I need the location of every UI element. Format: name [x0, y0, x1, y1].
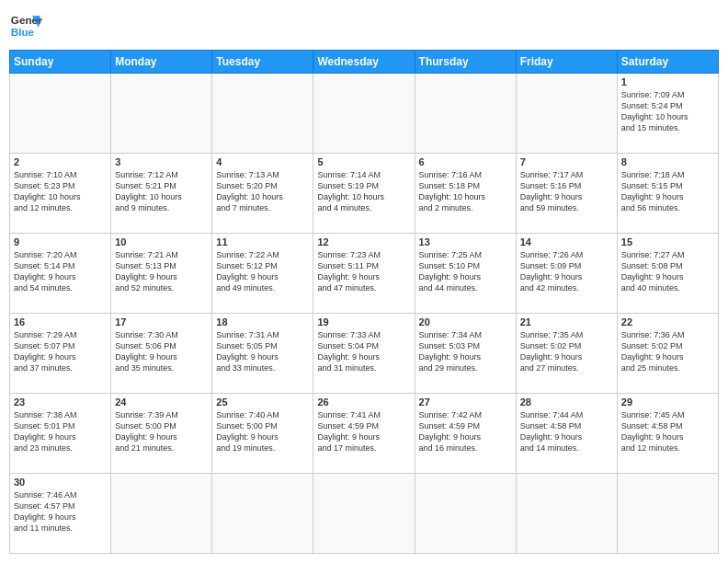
day-cell	[313, 74, 415, 154]
day-number: 23	[14, 396, 107, 408]
day-cell: 6Sunrise: 7:16 AM Sunset: 5:18 PM Daylig…	[415, 154, 516, 234]
day-cell: 1Sunrise: 7:09 AM Sunset: 5:24 PM Daylig…	[617, 74, 718, 154]
week-row-5: 23Sunrise: 7:38 AM Sunset: 5:01 PM Dayli…	[10, 394, 719, 474]
day-cell	[212, 474, 313, 554]
day-info: Sunrise: 7:18 AM Sunset: 5:15 PM Dayligh…	[621, 169, 714, 214]
day-cell: 4Sunrise: 7:13 AM Sunset: 5:20 PM Daylig…	[212, 154, 313, 234]
day-cell: 18Sunrise: 7:31 AM Sunset: 5:05 PM Dayli…	[212, 314, 313, 394]
day-number: 16	[14, 316, 107, 327]
day-info: Sunrise: 7:13 AM Sunset: 5:20 PM Dayligh…	[216, 169, 309, 214]
day-info: Sunrise: 7:14 AM Sunset: 5:19 PM Dayligh…	[317, 169, 410, 214]
day-cell	[111, 74, 212, 154]
day-number: 17	[115, 316, 208, 327]
day-cell	[415, 474, 516, 554]
day-cell: 19Sunrise: 7:33 AM Sunset: 5:04 PM Dayli…	[313, 314, 415, 394]
day-cell: 5Sunrise: 7:14 AM Sunset: 5:19 PM Daylig…	[313, 154, 415, 234]
day-number: 9	[14, 236, 107, 247]
day-cell	[415, 74, 516, 154]
day-cell	[10, 74, 111, 154]
day-info: Sunrise: 7:20 AM Sunset: 5:14 PM Dayligh…	[14, 249, 107, 294]
day-info: Sunrise: 7:46 AM Sunset: 4:57 PM Dayligh…	[14, 489, 107, 534]
day-number: 5	[317, 156, 410, 167]
day-info: Sunrise: 7:10 AM Sunset: 5:23 PM Dayligh…	[14, 169, 107, 214]
day-cell	[111, 474, 212, 554]
day-number: 25	[216, 396, 309, 408]
day-info: Sunrise: 7:31 AM Sunset: 5:05 PM Dayligh…	[216, 329, 309, 374]
day-number: 10	[115, 236, 208, 247]
day-number: 13	[419, 236, 512, 247]
day-number: 18	[216, 316, 309, 327]
weekday-header-row: SundayMondayTuesdayWednesdayThursdayFrid…	[10, 51, 719, 74]
day-cell: 30Sunrise: 7:46 AM Sunset: 4:57 PM Dayli…	[10, 474, 111, 554]
calendar-table: SundayMondayTuesdayWednesdayThursdayFrid…	[9, 50, 719, 554]
day-info: Sunrise: 7:30 AM Sunset: 5:06 PM Dayligh…	[115, 329, 208, 374]
weekday-sunday: Sunday	[10, 51, 111, 74]
day-cell: 8Sunrise: 7:18 AM Sunset: 5:15 PM Daylig…	[617, 154, 718, 234]
day-info: Sunrise: 7:25 AM Sunset: 5:10 PM Dayligh…	[419, 249, 512, 294]
day-cell: 2Sunrise: 7:10 AM Sunset: 5:23 PM Daylig…	[10, 154, 111, 234]
day-cell	[313, 474, 415, 554]
day-info: Sunrise: 7:41 AM Sunset: 4:59 PM Dayligh…	[317, 409, 410, 454]
day-cell: 3Sunrise: 7:12 AM Sunset: 5:21 PM Daylig…	[111, 154, 212, 234]
weekday-monday: Monday	[111, 51, 212, 74]
day-number: 14	[520, 236, 613, 247]
day-number: 12	[317, 236, 410, 247]
day-number: 26	[317, 396, 410, 408]
day-number: 29	[621, 396, 714, 408]
day-info: Sunrise: 7:29 AM Sunset: 5:07 PM Dayligh…	[14, 329, 107, 374]
day-number: 4	[216, 156, 309, 167]
day-cell: 13Sunrise: 7:25 AM Sunset: 5:10 PM Dayli…	[415, 234, 516, 314]
day-number: 7	[520, 156, 613, 167]
day-cell	[617, 474, 718, 554]
day-cell: 14Sunrise: 7:26 AM Sunset: 5:09 PM Dayli…	[516, 234, 617, 314]
day-cell: 26Sunrise: 7:41 AM Sunset: 4:59 PM Dayli…	[313, 394, 415, 474]
day-number: 2	[14, 156, 107, 167]
week-row-4: 16Sunrise: 7:29 AM Sunset: 5:07 PM Dayli…	[10, 314, 719, 394]
day-number: 1	[621, 76, 714, 87]
day-info: Sunrise: 7:22 AM Sunset: 5:12 PM Dayligh…	[216, 249, 309, 294]
day-cell: 11Sunrise: 7:22 AM Sunset: 5:12 PM Dayli…	[212, 234, 313, 314]
day-info: Sunrise: 7:12 AM Sunset: 5:21 PM Dayligh…	[115, 169, 208, 214]
day-cell: 21Sunrise: 7:35 AM Sunset: 5:02 PM Dayli…	[516, 314, 617, 394]
day-info: Sunrise: 7:45 AM Sunset: 4:58 PM Dayligh…	[621, 409, 714, 454]
day-info: Sunrise: 7:38 AM Sunset: 5:01 PM Dayligh…	[14, 409, 107, 454]
week-row-6: 30Sunrise: 7:46 AM Sunset: 4:57 PM Dayli…	[10, 474, 719, 554]
day-info: Sunrise: 7:39 AM Sunset: 5:00 PM Dayligh…	[115, 409, 208, 454]
day-number: 8	[621, 156, 714, 167]
day-cell	[516, 474, 617, 554]
day-cell: 7Sunrise: 7:17 AM Sunset: 5:16 PM Daylig…	[516, 154, 617, 234]
day-number: 20	[419, 316, 512, 327]
header: General Blue	[9, 9, 719, 42]
day-info: Sunrise: 7:21 AM Sunset: 5:13 PM Dayligh…	[115, 249, 208, 294]
day-number: 30	[14, 477, 107, 488]
day-cell: 29Sunrise: 7:45 AM Sunset: 4:58 PM Dayli…	[617, 394, 718, 474]
day-info: Sunrise: 7:35 AM Sunset: 5:02 PM Dayligh…	[520, 329, 613, 374]
day-info: Sunrise: 7:44 AM Sunset: 4:58 PM Dayligh…	[520, 409, 613, 454]
day-cell: 22Sunrise: 7:36 AM Sunset: 5:02 PM Dayli…	[617, 314, 718, 394]
day-number: 27	[419, 396, 512, 408]
day-info: Sunrise: 7:34 AM Sunset: 5:03 PM Dayligh…	[419, 329, 512, 374]
day-info: Sunrise: 7:23 AM Sunset: 5:11 PM Dayligh…	[317, 249, 410, 294]
day-info: Sunrise: 7:36 AM Sunset: 5:02 PM Dayligh…	[621, 329, 714, 374]
day-cell: 12Sunrise: 7:23 AM Sunset: 5:11 PM Dayli…	[313, 234, 415, 314]
day-info: Sunrise: 7:26 AM Sunset: 5:09 PM Dayligh…	[520, 249, 613, 294]
day-info: Sunrise: 7:33 AM Sunset: 5:04 PM Dayligh…	[317, 329, 410, 374]
logo-icon: General Blue	[9, 9, 42, 42]
logo: General Blue	[9, 9, 42, 42]
day-info: Sunrise: 7:09 AM Sunset: 5:24 PM Dayligh…	[621, 89, 714, 134]
weekday-thursday: Thursday	[415, 51, 516, 74]
day-number: 24	[115, 396, 208, 408]
weekday-tuesday: Tuesday	[212, 51, 313, 74]
day-cell: 27Sunrise: 7:42 AM Sunset: 4:59 PM Dayli…	[415, 394, 516, 474]
day-info: Sunrise: 7:16 AM Sunset: 5:18 PM Dayligh…	[419, 169, 512, 214]
page: General Blue SundayMondayTuesdayWednesda…	[0, 0, 728, 563]
day-cell: 17Sunrise: 7:30 AM Sunset: 5:06 PM Dayli…	[111, 314, 212, 394]
day-number: 28	[520, 396, 613, 408]
day-cell: 20Sunrise: 7:34 AM Sunset: 5:03 PM Dayli…	[415, 314, 516, 394]
day-info: Sunrise: 7:27 AM Sunset: 5:08 PM Dayligh…	[621, 249, 714, 294]
day-info: Sunrise: 7:42 AM Sunset: 4:59 PM Dayligh…	[419, 409, 512, 454]
day-cell: 10Sunrise: 7:21 AM Sunset: 5:13 PM Dayli…	[111, 234, 212, 314]
day-info: Sunrise: 7:17 AM Sunset: 5:16 PM Dayligh…	[520, 169, 613, 214]
day-number: 15	[621, 236, 714, 247]
day-number: 19	[317, 316, 410, 327]
